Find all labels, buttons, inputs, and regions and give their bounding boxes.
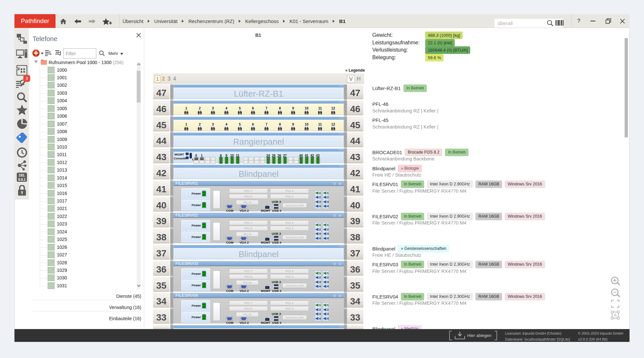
svg-text:A: A (614, 313, 617, 318)
